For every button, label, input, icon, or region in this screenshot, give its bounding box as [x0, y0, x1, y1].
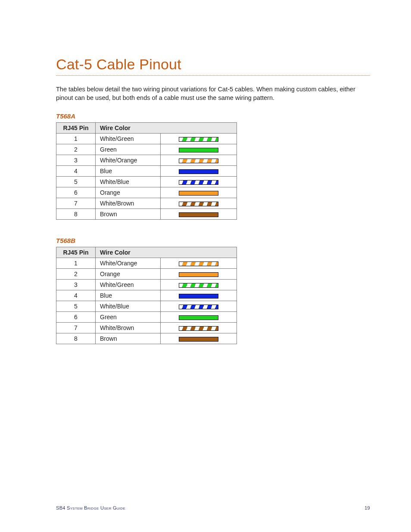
- wire-color-name: Green: [96, 144, 161, 155]
- wire-color-swatch: [179, 169, 218, 174]
- pin-number: 2: [56, 144, 96, 155]
- wire-color-swatch-cell: [161, 155, 237, 166]
- pin-number: 2: [56, 269, 96, 280]
- footer-page-number: 19: [364, 505, 370, 510]
- table-row: 1White/Green: [56, 134, 237, 144]
- wire-color-swatch-cell: [161, 290, 237, 301]
- wire-color-swatch-cell: [161, 177, 237, 187]
- section-spacer: [56, 220, 370, 237]
- wire-color-name: White/Blue: [96, 301, 161, 312]
- wire-color-swatch: [179, 261, 218, 266]
- wire-color-swatch-cell: [161, 280, 237, 290]
- column-header-color: Wire Color: [96, 247, 237, 258]
- wire-color-name: White/Orange: [96, 155, 161, 166]
- page-footer: SB4 System Bridge User Guide 19: [56, 505, 370, 510]
- wire-color-name: White/Brown: [96, 198, 161, 209]
- column-header-color: Wire Color: [96, 123, 237, 134]
- wire-color-swatch: [179, 159, 218, 163]
- wire-color-name: Brown: [96, 333, 161, 344]
- pinout-table: RJ45 PinWire Color1White/Green2Green3Whi…: [56, 122, 237, 220]
- wire-color-swatch: [179, 148, 218, 152]
- pin-number: 3: [56, 280, 96, 290]
- table-row: 3White/Green: [56, 280, 237, 290]
- wire-color-swatch: [179, 212, 218, 217]
- section-label: T568A: [56, 112, 370, 120]
- table-row: 5White/Blue: [56, 301, 237, 312]
- pin-number: 1: [56, 134, 96, 144]
- wire-color-swatch-cell: [161, 269, 237, 280]
- table-row: 1White/Orange: [56, 258, 237, 269]
- wire-color-swatch-cell: [161, 198, 237, 209]
- table-row: 6Green: [56, 312, 237, 323]
- pin-number: 5: [56, 177, 96, 187]
- pin-number: 3: [56, 155, 96, 166]
- wire-color-name: Orange: [96, 187, 161, 198]
- table-row: 4Blue: [56, 166, 237, 177]
- wire-color-swatch: [179, 272, 218, 277]
- wire-color-swatch-cell: [161, 187, 237, 198]
- wire-color-swatch-cell: [161, 301, 237, 312]
- pin-number: 7: [56, 198, 96, 209]
- wire-color-swatch-cell: [161, 134, 237, 144]
- wire-color-swatch-cell: [161, 144, 237, 155]
- wire-color-swatch-cell: [161, 258, 237, 269]
- pinout-table: RJ45 PinWire Color1White/Orange2Orange3W…: [56, 247, 237, 344]
- table-row: 7White/Brown: [56, 198, 237, 209]
- pin-number: 4: [56, 290, 96, 301]
- wire-color-name: White/Green: [96, 280, 161, 290]
- table-row: 2Orange: [56, 269, 237, 280]
- table-row: 4Blue: [56, 290, 237, 301]
- table-row: 3White/Orange: [56, 155, 237, 166]
- wire-color-name: Blue: [96, 166, 161, 177]
- table-row: 6Orange: [56, 187, 237, 198]
- table-row: 7White/Brown: [56, 323, 237, 333]
- wire-color-swatch: [179, 202, 218, 206]
- footer-guide-name: SB4 System Bridge User Guide: [56, 505, 125, 510]
- table-row: 8Brown: [56, 209, 237, 220]
- wire-color-swatch: [179, 137, 218, 142]
- wire-color-swatch: [179, 294, 218, 299]
- pin-number: 1: [56, 258, 96, 269]
- wire-color-swatch: [179, 305, 218, 309]
- pin-number: 8: [56, 209, 96, 220]
- pin-number: 5: [56, 301, 96, 312]
- page-title: Cat-5 Cable Pinout: [56, 56, 370, 73]
- column-header-pin: RJ45 Pin: [56, 247, 96, 258]
- pin-number: 8: [56, 333, 96, 344]
- wire-color-swatch: [179, 337, 218, 342]
- section-label: T568B: [56, 237, 370, 244]
- wire-color-swatch-cell: [161, 166, 237, 177]
- pin-number: 4: [56, 166, 96, 177]
- column-header-pin: RJ45 Pin: [56, 123, 96, 134]
- wire-color-swatch-cell: [161, 323, 237, 333]
- document-page: Cat-5 Cable Pinout The tables below deta…: [0, 0, 411, 532]
- wire-color-swatch: [179, 315, 218, 320]
- pin-number: 7: [56, 323, 96, 333]
- wire-color-name: White/Green: [96, 134, 161, 144]
- pin-number: 6: [56, 312, 96, 323]
- table-row: 8Brown: [56, 333, 237, 344]
- wire-color-name: Orange: [96, 269, 161, 280]
- wire-color-swatch: [179, 283, 218, 288]
- wire-color-name: Blue: [96, 290, 161, 301]
- wire-color-swatch: [179, 191, 218, 196]
- title-rule: [56, 75, 370, 76]
- wire-color-name: White/Blue: [96, 177, 161, 187]
- tables-container: T568ARJ45 PinWire Color1White/Green2Gree…: [56, 112, 370, 344]
- wire-color-name: Brown: [96, 209, 161, 220]
- wire-color-name: White/Orange: [96, 258, 161, 269]
- pin-number: 6: [56, 187, 96, 198]
- wire-color-swatch-cell: [161, 209, 237, 220]
- intro-paragraph: The tables below detail the two wiring p…: [56, 85, 370, 102]
- wire-color-swatch-cell: [161, 333, 237, 344]
- wire-color-swatch-cell: [161, 312, 237, 323]
- wire-color-swatch: [179, 180, 218, 185]
- table-row: 2Green: [56, 144, 237, 155]
- wire-color-name: White/Brown: [96, 323, 161, 333]
- wire-color-name: Green: [96, 312, 161, 323]
- table-row: 5White/Blue: [56, 177, 237, 187]
- wire-color-swatch: [179, 326, 218, 331]
